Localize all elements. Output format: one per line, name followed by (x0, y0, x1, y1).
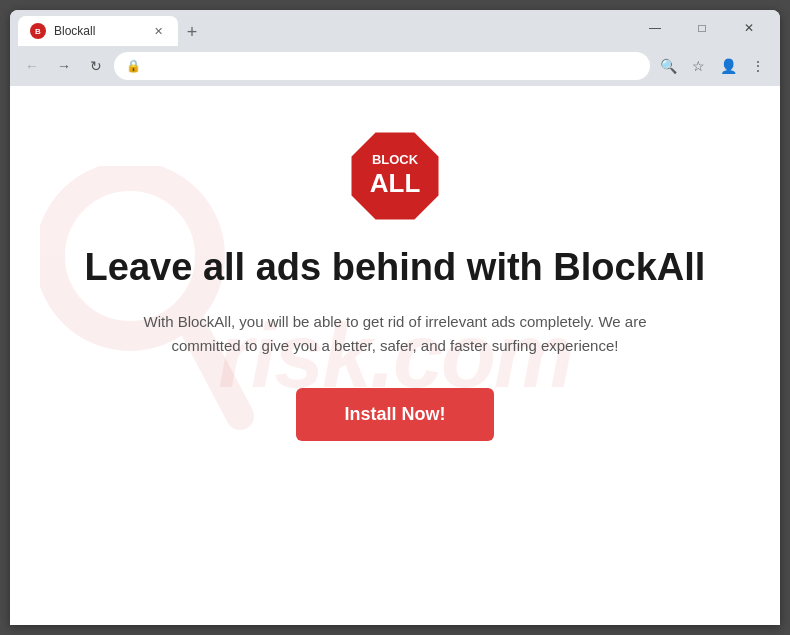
title-bar-actions: — □ ✕ (632, 10, 772, 46)
reload-button[interactable]: ↻ (82, 52, 110, 80)
install-now-button[interactable]: Install Now! (296, 388, 493, 441)
stop-sign-logo: BLOCK ALL (345, 126, 445, 226)
svg-text:BLOCK: BLOCK (372, 152, 419, 167)
tab-title: Blockall (54, 24, 142, 38)
tab-close-button[interactable]: ✕ (150, 23, 166, 39)
tab-favicon: B (30, 23, 46, 39)
forward-button[interactable]: → (50, 52, 78, 80)
title-bar: B Blockall ✕ + — □ ✕ (10, 10, 780, 46)
minimize-button[interactable]: — (632, 10, 678, 46)
back-button[interactable]: ← (18, 52, 46, 80)
zoom-button[interactable]: 🔍 (654, 52, 682, 80)
bookmark-button[interactable]: ☆ (684, 52, 712, 80)
page-subtext: With BlockAll, you will be able to get r… (135, 310, 655, 358)
address-input[interactable] (147, 59, 638, 74)
svg-text:ALL: ALL (370, 168, 421, 198)
content-inner: BLOCK ALL Leave all ads behind with Bloc… (70, 126, 720, 441)
tab-bar: B Blockall ✕ + (18, 10, 628, 46)
address-input-wrap: 🔒 (114, 52, 650, 80)
browser-window: B Blockall ✕ + — □ ✕ ← → ↻ 🔒 🔍 ☆ 👤 ⋮ (10, 10, 780, 625)
profile-button[interactable]: 👤 (714, 52, 742, 80)
address-bar: ← → ↻ 🔒 🔍 ☆ 👤 ⋮ (10, 46, 780, 86)
toolbar-actions: 🔍 ☆ 👤 ⋮ (654, 52, 772, 80)
new-tab-button[interactable]: + (178, 18, 206, 46)
maximize-button[interactable]: □ (679, 10, 725, 46)
close-button[interactable]: ✕ (726, 10, 772, 46)
page-content: risk.com BLOCK ALL Leave all ads behind … (10, 86, 780, 625)
active-tab[interactable]: B Blockall ✕ (18, 16, 178, 46)
menu-button[interactable]: ⋮ (744, 52, 772, 80)
lock-icon: 🔒 (126, 59, 141, 73)
page-headline: Leave all ads behind with BlockAll (85, 246, 706, 290)
